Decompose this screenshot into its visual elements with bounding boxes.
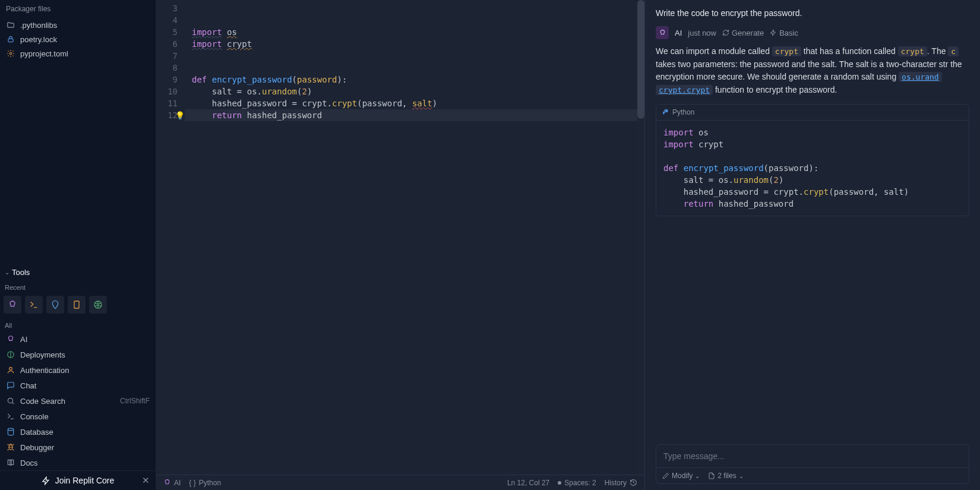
recent-label: Recent: [0, 282, 156, 293]
tool-label: Authentication: [20, 366, 69, 375]
tool-authentication[interactable]: Authentication: [0, 362, 156, 378]
status-history[interactable]: History: [605, 479, 637, 487]
status-spaces[interactable]: Spaces: 2: [558, 479, 596, 487]
recent-docs-button[interactable]: [68, 296, 86, 314]
database-icon: [6, 427, 15, 437]
tool-database[interactable]: Database: [0, 424, 156, 440]
ai-response-text: We can import a module called crypt that…: [656, 45, 969, 104]
refresh-icon: [722, 29, 729, 36]
sidebar: Packager files .pythonlibs poetry.lock p…: [0, 0, 156, 490]
file-label: .pythonlibs: [20, 21, 57, 30]
ai-message-input-wrapper: [656, 444, 969, 468]
join-core-cta[interactable]: Join Replit Core ✕: [0, 470, 156, 490]
auth-icon: [6, 365, 15, 375]
close-icon[interactable]: ✕: [142, 475, 150, 486]
generate-action[interactable]: Generate: [722, 29, 764, 37]
tools-section: ⌄ Tools Recent All AI: [0, 263, 156, 470]
tools-header-label: Tools: [12, 268, 30, 277]
status-history-label: History: [605, 479, 627, 487]
ai-code-block: Python import os import crypt def encryp…: [656, 104, 969, 216]
tool-label: Database: [20, 428, 53, 437]
chevron-down-icon: ⌄: [695, 473, 700, 479]
bolt-icon: [42, 476, 50, 485]
tool-code-search[interactable]: Code Search CtrlShiftF: [0, 393, 156, 409]
packager-header: Packager files: [0, 0, 156, 18]
scrollbar-thumb[interactable]: [637, 0, 644, 119]
chevron-down-icon: ⌄: [739, 473, 744, 479]
chat-icon: [6, 381, 15, 390]
cta-label: Join Replit Core: [55, 476, 115, 485]
history-icon: [630, 479, 637, 486]
svg-point-1: [10, 52, 12, 55]
tool-label: Code Search: [20, 397, 65, 406]
inline-code-link[interactable]: os.urand: [899, 72, 942, 82]
modify-button[interactable]: Modify ⌄: [662, 472, 700, 480]
ai-message-input[interactable]: [663, 451, 962, 461]
code-editor[interactable]: 3456789101112 💡 import osimport crypt de…: [156, 0, 644, 475]
status-lang[interactable]: { } Python: [189, 479, 221, 487]
code-lang-label: Python: [672, 108, 694, 116]
ai-input-toolbar: Modify ⌄ 2 files ⌄: [656, 468, 969, 484]
bolt-icon: [770, 29, 777, 36]
file-pythonlibs[interactable]: .pythonlibs: [0, 18, 156, 32]
file-label: pyproject.toml: [20, 49, 68, 58]
svg-rect-2: [74, 301, 79, 308]
mode-basic[interactable]: Basic: [770, 29, 798, 37]
ai-conversation: Write the code to encrypt the password. …: [645, 0, 980, 444]
recent-deploy-button[interactable]: [89, 296, 107, 314]
status-lang-label: Python: [199, 479, 221, 487]
svg-rect-0: [8, 39, 13, 42]
files-label: 2 files: [717, 472, 736, 480]
ai-input-area: Modify ⌄ 2 files ⌄: [645, 444, 980, 490]
lightbulb-icon[interactable]: 💡: [175, 110, 185, 122]
inline-code: crypt: [898, 46, 927, 56]
tool-label: Console: [20, 412, 49, 421]
pencil-icon: [662, 472, 669, 479]
tools-header[interactable]: ⌄ Tools: [0, 263, 156, 282]
deploy-icon: [6, 350, 15, 359]
status-ai[interactable]: AI: [163, 479, 181, 487]
all-label: All: [0, 320, 156, 331]
file-pyproject-toml[interactable]: pyproject.toml: [0, 46, 156, 61]
tool-label: Chat: [20, 381, 36, 390]
ai-time: just now: [688, 29, 716, 37]
tool-ai[interactable]: AI: [0, 331, 156, 347]
code-block-body[interactable]: import os import crypt def encrypt_passw…: [656, 121, 969, 216]
tool-deployments[interactable]: Deployments: [0, 347, 156, 362]
ai-panel: Write the code to encrypt the password. …: [644, 0, 980, 490]
inline-code-link[interactable]: crypt.crypt: [656, 85, 713, 95]
tool-console[interactable]: Console: [0, 409, 156, 424]
bug-icon: [6, 442, 15, 452]
tool-label: Debugger: [20, 443, 54, 452]
editor-panel: 3456789101112 💡 import osimport crypt de…: [156, 0, 644, 490]
mode-label: Basic: [779, 29, 798, 37]
inline-code: c: [948, 46, 959, 56]
user-prompt: Write the code to encrypt the password.: [656, 5, 969, 26]
chevron-down-icon: ⌄: [5, 269, 10, 276]
search-icon: [6, 396, 15, 406]
docs-icon: [6, 458, 15, 467]
files-button[interactable]: 2 files ⌄: [708, 472, 743, 480]
file-poetry-lock[interactable]: poetry.lock: [0, 32, 156, 46]
packager-files-section: Packager files .pythonlibs poetry.lock p…: [0, 0, 156, 61]
tool-label: AI: [20, 335, 27, 344]
ai-icon: [6, 334, 15, 344]
lock-icon: [6, 34, 15, 44]
tool-label: Deployments: [20, 350, 65, 359]
editor-scrollbar[interactable]: [637, 0, 644, 475]
file-label: poetry.lock: [20, 35, 57, 44]
svg-point-7: [8, 428, 13, 431]
tool-debugger[interactable]: Debugger: [0, 440, 156, 455]
inline-code: crypt: [772, 46, 801, 56]
recent-ai-button[interactable]: [4, 296, 21, 314]
recent-shell-button[interactable]: [46, 296, 64, 314]
svg-point-5: [10, 367, 12, 370]
folder-icon: [6, 20, 15, 30]
tool-docs[interactable]: Docs: [0, 455, 156, 470]
code-block-header: Python: [656, 105, 969, 121]
ai-avatar-icon: [656, 26, 669, 39]
recent-console-button[interactable]: [25, 296, 43, 314]
tool-chat[interactable]: Chat: [0, 378, 156, 393]
generate-label: Generate: [732, 29, 764, 37]
status-position[interactable]: Ln 12, Col 27: [507, 479, 549, 487]
